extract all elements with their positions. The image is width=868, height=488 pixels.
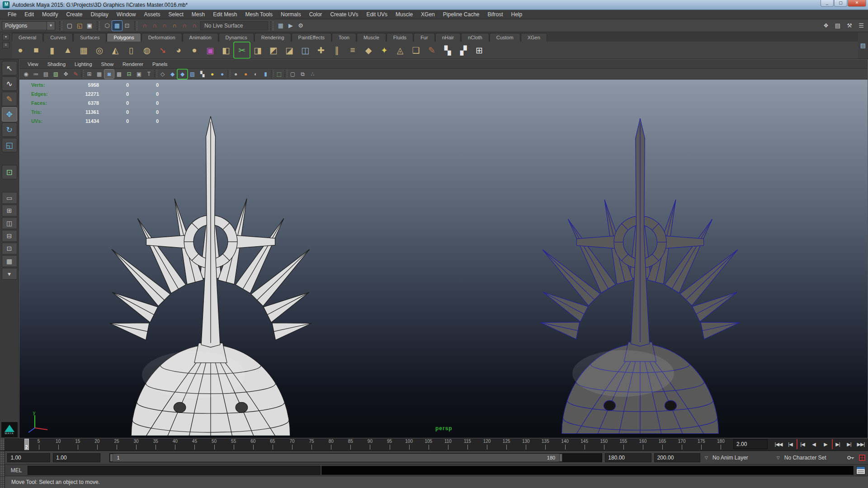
menu-item[interactable]: Window bbox=[113, 10, 140, 19]
select-highlight-icon[interactable]: ⬚ bbox=[274, 70, 284, 79]
anim-layer-selector[interactable]: No Anim Layer bbox=[712, 455, 772, 461]
playback-end-field[interactable]: 180.00 bbox=[605, 453, 651, 462]
safe-action-icon[interactable]: ▣ bbox=[134, 70, 144, 79]
shelf-tab[interactable]: Custom bbox=[490, 33, 520, 42]
range-start-handle[interactable] bbox=[110, 454, 113, 462]
split-polygon-icon[interactable]: ◩ bbox=[266, 42, 281, 58]
gate-mask-icon[interactable]: ▩ bbox=[114, 70, 124, 79]
panel-toolbar-separator[interactable] bbox=[271, 70, 274, 78]
shelf-tab[interactable]: Muscle bbox=[357, 33, 386, 42]
menu-item[interactable]: Create bbox=[62, 10, 86, 19]
poly-cube-icon[interactable]: ■ bbox=[28, 42, 44, 58]
panel-toolbar-separator[interactable] bbox=[227, 70, 231, 78]
shelf-tab[interactable]: Curves bbox=[43, 33, 73, 42]
tool-settings-icon[interactable]: ⚒ bbox=[844, 21, 854, 31]
menu-item[interactable]: Edit bbox=[20, 10, 38, 19]
menu-item[interactable]: Color bbox=[305, 10, 326, 19]
wireframe-on-shaded-icon[interactable]: ◆ bbox=[178, 70, 187, 79]
step-back-frame-button[interactable]: |◀ bbox=[785, 439, 796, 449]
modeling-toolkit-icon[interactable]: ❖ bbox=[821, 21, 831, 31]
xray-display-icon[interactable]: ▮ bbox=[261, 70, 270, 79]
object-details-icon[interactable]: ⧉ bbox=[298, 70, 307, 79]
poly-sphere-icon[interactable]: ● bbox=[13, 42, 28, 58]
panel-grip[interactable] bbox=[0, 476, 5, 488]
shelf-tab[interactable]: Surfaces bbox=[73, 33, 106, 42]
poke-faces-icon[interactable]: ✦ bbox=[377, 42, 392, 58]
panel-menu-item[interactable]: Show bbox=[97, 61, 118, 68]
paint-select-tool-icon[interactable]: ✎ bbox=[2, 92, 17, 106]
extract-faces-icon[interactable]: ✂ bbox=[234, 42, 250, 58]
shelf-menu-button[interactable]: ≡ bbox=[2, 42, 9, 48]
panel-menu-item[interactable]: View bbox=[23, 61, 43, 68]
menu-item[interactable]: Edit UVs bbox=[362, 10, 392, 19]
image-plane-icon[interactable]: ▧ bbox=[51, 70, 61, 79]
auto-keyframe-toggle-icon[interactable] bbox=[858, 454, 866, 462]
poly-pyramid-icon[interactable]: ◭ bbox=[108, 42, 123, 58]
statusline-separator[interactable] bbox=[59, 21, 62, 30]
pane-outliner-layout-icon[interactable]: ◫ bbox=[2, 217, 17, 229]
wedge-faces-icon[interactable]: ◬ bbox=[392, 42, 408, 58]
range-bar[interactable]: 1 180 bbox=[109, 453, 603, 462]
chevron-down-icon[interactable]: ▽ bbox=[775, 455, 782, 460]
safe-title-icon[interactable]: T bbox=[144, 70, 154, 79]
pan-zoom-icon[interactable]: ✥ bbox=[61, 70, 71, 79]
resolution-gate-icon[interactable]: ◙ bbox=[104, 70, 114, 79]
select-object-icon[interactable]: ▦ bbox=[112, 21, 122, 31]
single-pane-layout-icon[interactable]: ▭ bbox=[2, 192, 17, 204]
shelf-tab[interactable]: XGen bbox=[521, 33, 547, 42]
menu-item[interactable]: Modify bbox=[38, 10, 62, 19]
render-settings-icon[interactable]: ⚙ bbox=[296, 21, 306, 31]
menu-item[interactable]: Mesh Tools bbox=[241, 10, 277, 19]
rotate-tool-icon[interactable]: ↻ bbox=[2, 122, 17, 137]
select-camera-icon[interactable]: ◉ bbox=[21, 70, 31, 79]
poly-torus-icon[interactable]: ◎ bbox=[92, 42, 107, 58]
frame-ticks[interactable]: 5101520253035404550556065707580859095100… bbox=[29, 438, 731, 450]
menu-item[interactable]: Bifrost bbox=[484, 10, 507, 19]
current-frame-marker[interactable]: 2 bbox=[24, 439, 29, 450]
scale-tool-icon[interactable]: ◱ bbox=[2, 138, 17, 152]
shelf-tab-visibility-button[interactable]: ▾ bbox=[2, 34, 9, 40]
menu-item[interactable]: Create UVs bbox=[326, 10, 362, 19]
select-component-icon[interactable]: ⊡ bbox=[122, 21, 132, 31]
live-surface-field[interactable]: No Live Surface bbox=[200, 21, 268, 30]
layout-shortcuts-menu-icon[interactable]: ▾ bbox=[2, 268, 17, 280]
insert-edge-loop-icon[interactable]: ∥ bbox=[329, 42, 344, 58]
shelf-editor-icon[interactable]: ▤ bbox=[860, 42, 866, 49]
range-handle[interactable]: 1 180 bbox=[110, 454, 563, 462]
snap-view-plane-icon[interactable]: ∩ bbox=[179, 21, 189, 31]
open-scene-icon[interactable]: ◱ bbox=[75, 21, 85, 31]
shelf-tab[interactable]: Polygons bbox=[107, 33, 141, 42]
save-scene-icon[interactable]: ▣ bbox=[85, 21, 94, 31]
maya-app-icon[interactable] bbox=[3, 1, 9, 8]
camera-attributes-icon[interactable]: ≔ bbox=[31, 70, 41, 79]
menu-item[interactable]: Normals bbox=[277, 10, 305, 19]
menu-item[interactable]: File bbox=[4, 10, 20, 19]
menu-item[interactable]: Help bbox=[507, 10, 527, 19]
last-tool-used-icon[interactable]: ⊡ bbox=[2, 165, 17, 179]
animation-start-field[interactable]: 1.00 bbox=[7, 453, 50, 462]
use-default-material-icon[interactable]: ▚ bbox=[198, 70, 207, 79]
select-hierarchy-icon[interactable]: ⬡ bbox=[102, 21, 112, 31]
uv-unfold-icon[interactable]: ▞ bbox=[456, 42, 471, 58]
shadows-icon[interactable]: ● bbox=[217, 70, 227, 79]
offset-edge-loop-icon[interactable]: ≡ bbox=[345, 42, 360, 58]
grid-display-icon[interactable]: ⊞ bbox=[85, 70, 94, 79]
channel-box-icon[interactable]: ☰ bbox=[856, 21, 866, 31]
textured-display-icon[interactable]: ▨ bbox=[188, 70, 197, 79]
chevron-down-icon[interactable]: ▽ bbox=[703, 455, 710, 460]
statusline-separator[interactable] bbox=[97, 21, 100, 30]
shelf-tab[interactable]: Animation bbox=[183, 33, 218, 42]
panel-menu-item[interactable]: Renderer bbox=[118, 61, 148, 68]
move-tool-icon[interactable]: ✥ bbox=[2, 107, 17, 122]
render-current-frame-icon[interactable]: ▦ bbox=[276, 21, 286, 31]
time-slider[interactable]: 5101520253035404550556065707580859095100… bbox=[0, 438, 868, 451]
menu-item[interactable]: Select bbox=[164, 10, 187, 19]
shelf-tab[interactable]: General bbox=[12, 33, 43, 42]
poly-plane-icon[interactable]: ▦ bbox=[76, 42, 91, 58]
panel-toolbar-separator[interactable] bbox=[154, 70, 157, 78]
lasso-select-tool-icon[interactable]: ∿ bbox=[2, 76, 17, 91]
mirror-geometry-icon[interactable]: ➘ bbox=[155, 42, 170, 58]
viewport-canvas[interactable]: Verts: 5958 0 0 Edges: 12271 0 0 Faces: … bbox=[19, 80, 868, 438]
wireframe-display-icon[interactable]: ◇ bbox=[158, 70, 167, 79]
duplicate-face-icon[interactable]: ❏ bbox=[408, 42, 424, 58]
